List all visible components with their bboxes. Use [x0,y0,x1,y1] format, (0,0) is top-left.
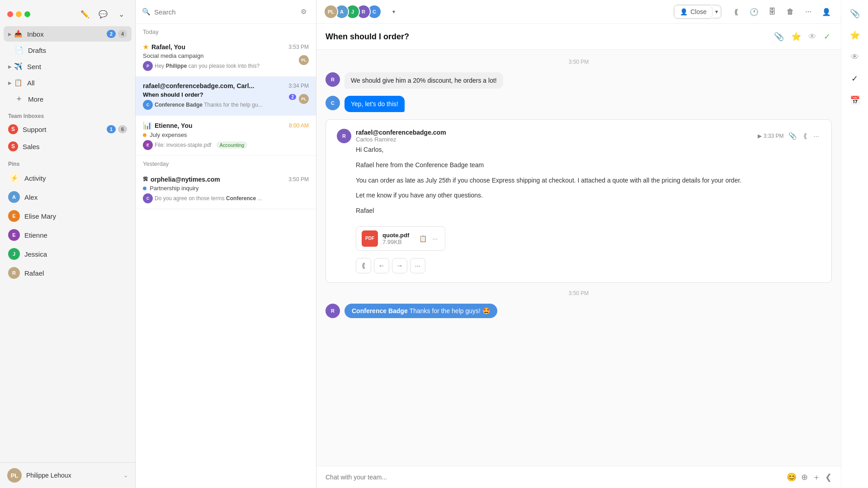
conversation-item-orphelia[interactable]: 𝕹 orphelia@nytimes.com 3:50 PM Partnersh… [136,170,316,209]
email-body: Hi Carlos, Rafael here from the Conferen… [356,145,821,216]
message-avatar-2: C [326,96,340,110]
calendar-sidebar-icon[interactable]: 📅 [846,91,864,109]
chat-area: 3:50 PM R We should give him a 20% disco… [316,50,841,466]
attachment-copy-icon[interactable]: 📋 [417,234,429,243]
sidebar-item-etienne[interactable]: E Etienne [4,226,132,244]
sales-label: Sales [23,143,127,150]
emoji-button[interactable]: 😊 [787,472,797,482]
inbox-icon: 📥 [14,29,23,38]
plus-icon: + [14,94,24,103]
chat-message-1: R We should give him a 20% discount, he … [326,72,832,89]
more-reply-icon[interactable]: ··· [410,258,425,273]
close-button[interactable] [7,11,13,17]
subject-area: When should I order? 📎 ⭐ 👁 ✓ [316,24,841,50]
conversation-list-panel: 🔍 ⚙ Today ★ Rafael, You 3:53 PM Social m… [136,0,316,488]
attachment-quote-pdf[interactable]: PDF quote.pdf 7.99KB 📋 ··· [356,226,445,251]
collapse-button[interactable]: ❮ [825,472,832,482]
filter-button[interactable]: ⚙ [297,5,310,18]
sidebar-item-sent[interactable]: ▶ ✈️ Sent [4,59,132,74]
reply-button[interactable]: ← [374,258,389,273]
conversation-item-rafael[interactable]: ★ Rafael, You 3:53 PM Social media campa… [136,38,316,77]
star-action-icon[interactable]: ⭐ [790,30,802,43]
rafael-label: Rafael [24,269,44,277]
conversation-item-etienne[interactable]: 📊 Etienne, You 8:00 AM July expenses E F… [136,116,316,156]
sidebar-item-jessica[interactable]: J Jessica [4,245,132,263]
conversation-item-conference-badge[interactable]: rafael@conferencebadge.com, Carl... 3:34… [136,77,316,116]
message-timestamp-2: 3:50 PM [326,290,832,296]
conv-avatar-right: PL [299,55,309,65]
reply-all-button-2[interactable]: ⟪ [356,258,371,273]
check-action-icon[interactable]: ✓ [822,30,832,43]
inbox-label: Inbox [27,30,107,38]
alex-label: Alex [24,193,38,201]
activity-label: Activity [24,174,46,182]
conv-time: 3:34 PM [288,83,309,89]
sidebar-item-more[interactable]: + More [4,91,132,107]
conference-badge-bold: Conference Badge [352,307,408,314]
attachment-button[interactable]: ＋ [812,472,821,483]
sidebar-item-rafael[interactable]: R Rafael [4,264,132,282]
email-reply-all-icon[interactable]: ⟪ [802,131,808,141]
conv-preview: C Do you agree on those terms Conference… [143,193,309,203]
search-input[interactable] [154,8,293,16]
message-avatar-cb: R [326,304,340,318]
conv-sender: 📊 Etienne, You [143,121,193,130]
sidebar-item-sales[interactable]: S Sales [4,138,132,155]
conv-subject: When should I order? [143,91,309,98]
conv-sender: 𝕹 orphelia@nytimes.com [143,175,220,183]
elise-mary-avatar: E [8,210,20,222]
participants-chevron-icon[interactable]: ▾ [391,7,397,17]
sidebar-item-drafts[interactable]: 📄 Drafts [4,42,132,58]
chat-input[interactable] [326,474,782,481]
email-more-icon[interactable]: ··· [812,131,821,141]
profile-button[interactable]: 👤 [819,5,834,19]
sidebar-item-elise-mary[interactable]: E Elise Mary [4,207,132,225]
maximize-button[interactable] [24,11,30,17]
reply-all-button[interactable]: ⟪ [729,5,743,19]
message-bubble-1: We should give him a 20% discount, he or… [344,72,503,89]
conv-preview-avatar: C [143,100,153,110]
chat-icon[interactable]: 💬 [96,7,110,21]
attachment-name: quote.pdf [382,232,409,239]
footer-chevron-icon[interactable]: ⌄ [123,472,128,479]
close-button[interactable]: 👤 Close [674,5,712,19]
minimize-button[interactable] [16,11,22,17]
sidebar-item-alex[interactable]: A Alex [4,188,132,206]
search-bar: 🔍 ⚙ [136,0,316,24]
support-label: Support [23,126,107,133]
expand-icon: ▶ [8,80,12,85]
pins-label: Pins [4,155,132,169]
more-options-button[interactable]: ··· [801,5,816,19]
mention-button[interactable]: ⊕ [801,472,808,482]
etienne-label: Etienne [24,231,47,239]
conference-badge-bubble: Conference Badge Thanks for the help guy… [344,304,497,318]
conv-preview-avatar: E [143,140,153,150]
email-attachment-icon[interactable]: 📎 [787,131,798,141]
close-dropdown-icon[interactable]: ▾ [712,5,721,18]
star-sidebar-icon[interactable]: ⭐ [846,26,864,44]
sidebar-item-inbox[interactable]: ▶ 📥 Inbox 2 4 [4,26,132,42]
sidebar-item-support[interactable]: S Support 1 6 [4,121,132,137]
conv-header: ★ Rafael, You 3:53 PM [143,43,309,51]
trash-button[interactable]: 🗑 [783,5,797,19]
support-badges: 1 6 [107,125,127,133]
sidebar-item-activity[interactable]: ⚡ Activity [4,169,132,187]
yesterday-label: Yesterday [136,156,316,170]
all-icon: 📋 [14,78,23,87]
archive-button[interactable]: 🗄 [765,5,779,19]
check-sidebar-icon[interactable]: ✓ [846,70,864,88]
attachment-size: 7.99KB [382,239,409,245]
attachment-more-icon[interactable]: ··· [430,234,439,243]
unread-dot [143,133,146,137]
eye-action-icon[interactable]: 👁 [807,31,818,43]
attachment-sidebar-icon[interactable]: 📎 [846,5,864,23]
forward-button[interactable]: → [392,258,407,273]
attachment-action-icon[interactable]: 📎 [773,30,785,43]
history-button[interactable]: 🕐 [747,5,761,19]
conv-header: 𝕹 orphelia@nytimes.com 3:50 PM [143,175,309,183]
compose-icon[interactable]: ✏️ [78,7,92,21]
eye-sidebar-icon[interactable]: 👁 [846,48,864,66]
chevron-down-icon[interactable]: ⌄ [114,7,128,21]
sidebar-item-all[interactable]: ▶ 📋 All [4,75,132,90]
chat-message-conference-badge: R Conference Badge Thanks for the help g… [326,304,832,318]
